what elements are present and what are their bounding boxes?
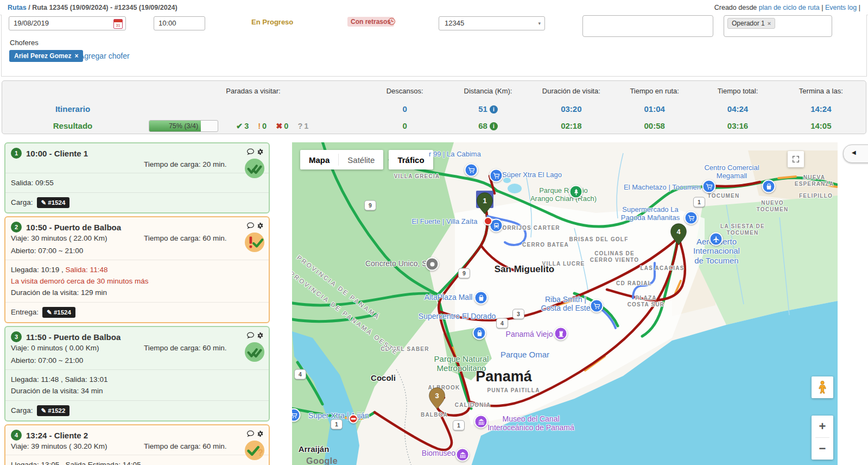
info-icon[interactable]: i	[490, 122, 498, 130]
load-time: Tiempo de carga: 60 min.	[144, 234, 227, 242]
fullscreen-button[interactable]	[788, 151, 804, 167]
panel-collapse-tab[interactable]: ◀	[843, 144, 868, 163]
bag-poi-icon[interactable]	[762, 180, 776, 193]
route-detail-page: { "colors":{"link":"#337ab7","in_progres…	[0, 0, 868, 465]
zoom-control: + −	[812, 416, 833, 460]
stop-card-1[interactable]: 110:00 - Cliente 1Tiempo de carga: 20 mi…	[4, 142, 270, 213]
street-view-pegman[interactable]	[812, 376, 833, 398]
zoom-in-button[interactable]: +	[812, 416, 833, 437]
bag-poi-icon[interactable]	[474, 291, 488, 305]
stop-card-2[interactable]: 210:50 - Puerto de BalboaViaje: 30 minut…	[4, 216, 270, 323]
stop-card-line1: Viaje: 39 minutos ( 30.20 Km)Tiempo de c…	[5, 442, 269, 455]
chofer-tag[interactable]: Ariel Perez Gomez×	[9, 50, 83, 62]
zoom-out-button[interactable]: −	[812, 438, 833, 460]
calendar-icon[interactable]: 31	[113, 19, 123, 29]
castle-poi-icon[interactable]	[554, 327, 568, 341]
chat-icon[interactable]	[246, 332, 255, 341]
museum-poi-icon[interactable]	[456, 448, 470, 462]
order-badge[interactable]: ✎ #1524	[37, 197, 70, 208]
order-badge[interactable]: ✎ #1524	[42, 307, 75, 318]
route-select[interactable]: 12345 ▾	[439, 16, 545, 30]
stop-card-line1: Viaje: 0 minutos ( 0.00 Km)Tiempo de car…	[5, 343, 269, 356]
open-hours: Abierto: 07:00 ~ 21:00	[5, 247, 269, 260]
visit-detail-section: Llegada: 13:05 , Salida Estimada: 14:05D…	[5, 455, 269, 465]
traffic-button[interactable]: Tráfico	[389, 155, 433, 165]
stop-number-badge: 1	[11, 148, 22, 159]
satellite-button[interactable]: Satélite	[339, 155, 383, 165]
footer-label: Carga:	[11, 406, 33, 414]
resultado-value: 03:16	[696, 121, 779, 130]
visit-detail-section: Salida: 09:55	[5, 173, 269, 192]
open-hours: Abierto: 07:00 ~ 21:00	[5, 356, 269, 369]
cart-poi-icon[interactable]	[702, 180, 716, 193]
traffic-incident-icon	[484, 217, 492, 225]
separator: |	[857, 4, 860, 11]
order-badge[interactable]: ✎ #1522	[37, 405, 70, 416]
svg-text:1: 1	[483, 197, 486, 205]
itinerario-value: 01:04	[613, 104, 696, 114]
road-shield: 9	[364, 200, 376, 211]
notes-textarea[interactable]	[582, 15, 713, 37]
place-pin-icon	[426, 257, 439, 271]
add-chofer-link[interactable]: Agregar chofer	[79, 52, 130, 60]
footer-label: Carga:	[11, 198, 33, 206]
traffic-toggle: Tráfico	[389, 150, 433, 169]
operator-tag[interactable]: Operador 1×	[727, 18, 775, 29]
visit-status-icon	[244, 342, 265, 362]
no-entry-icon	[349, 414, 358, 424]
gear-icon[interactable]	[257, 148, 264, 157]
detail-text: Salida: 11:48	[66, 266, 108, 274]
stop-card-3[interactable]: 311:50 - Puerto de BalboaViaje: 0 minuto…	[4, 326, 270, 422]
tree-poi-icon[interactable]	[569, 185, 583, 199]
plane-poi-icon[interactable]	[709, 232, 723, 246]
card-footer: Entrega:✎ #1524	[5, 302, 269, 322]
info-icon[interactable]: i	[490, 105, 498, 114]
road-shield: 4	[496, 318, 508, 329]
travel-info: Viaje: 30 minutos ( 22.00 Km)	[11, 234, 144, 242]
gear-icon[interactable]	[257, 430, 264, 439]
clock-icon[interactable]	[388, 18, 395, 25]
chat-icon[interactable]	[246, 430, 255, 439]
remove-chofer-icon[interactable]: ×	[74, 52, 78, 60]
cycle-plan-link[interactable]: plan de ciclo de ruta	[759, 4, 820, 11]
chat-icon[interactable]	[246, 148, 255, 157]
bag-poi-icon[interactable]	[473, 326, 486, 340]
time-value: 10:00	[159, 19, 176, 27]
route-stop-marker-1[interactable]: 1	[474, 190, 496, 216]
operators-box[interactable]: Operador 1×	[724, 15, 832, 37]
route-stop-marker-4[interactable]: 4	[668, 221, 689, 247]
chevron-down-icon: ▾	[538, 17, 541, 30]
map-button[interactable]: Mapa	[300, 155, 338, 165]
stop-number-badge: 2	[11, 222, 22, 232]
road-shield: 9	[458, 268, 470, 279]
chat-icon[interactable]	[246, 222, 255, 231]
gear-icon[interactable]	[257, 332, 264, 341]
cart-poi-icon[interactable]	[590, 299, 604, 313]
fullscreen-icon	[791, 155, 800, 164]
summary-col-header: Tiempo total:	[696, 87, 779, 95]
date-input[interactable]: 19/08/2019 31	[9, 16, 126, 30]
time-input[interactable]: 10:00	[154, 16, 205, 30]
detail-line: La visita demoró cerca de 30 minutos más	[11, 277, 263, 285]
topbar-links: Creado desde plan de ciclo de ruta | Eve…	[714, 4, 860, 11]
museum-poi-icon[interactable]	[474, 415, 488, 429]
route-stop-marker-3[interactable]: 3	[426, 385, 448, 411]
cart-poi-icon[interactable]	[465, 164, 478, 177]
detail-line: Llegada: 13:05 , Salida Estimada: 14:05	[11, 461, 263, 465]
summary-col-header: Distancia (Km):	[446, 87, 529, 95]
map[interactable]: Mapa Satélite Tráfico + − Google r 99 | …	[292, 142, 838, 465]
stop-card-icons	[246, 222, 264, 231]
events-log-link[interactable]: Events log	[825, 4, 857, 11]
stop-card-icons	[246, 148, 264, 157]
svg-text:4: 4	[676, 228, 681, 236]
stop-card-header: 110:00 - Cliente 1	[5, 143, 269, 160]
visit-detail-section: Llegada: 10:19 , Salida: 11:48La visita …	[5, 260, 269, 302]
road-shield: 3	[512, 309, 524, 319]
breadcrumb-rutas-link[interactable]: Rutas	[8, 4, 27, 11]
card-footer: Carga:✎ #1522	[5, 400, 269, 420]
stop-card-4[interactable]: 413:24 - Cliente 2Viaje: 39 minutos ( 30…	[4, 424, 270, 465]
remove-operator-icon[interactable]: ×	[768, 20, 771, 27]
gear-icon[interactable]	[257, 222, 264, 231]
cart-poi-icon[interactable]	[490, 169, 503, 183]
resultado-value: 0	[363, 121, 446, 130]
